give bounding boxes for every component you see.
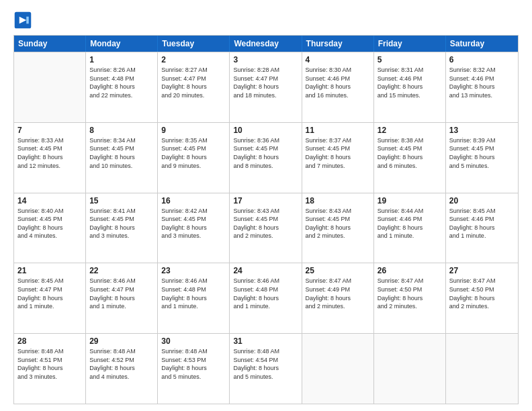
cell-info: Sunrise: 8:39 AM Sunset: 4:45 PM Dayligh… bbox=[449, 136, 515, 170]
calendar-body: 1Sunrise: 8:26 AM Sunset: 4:48 PM Daylig… bbox=[14, 52, 518, 404]
cell-info: Sunrise: 8:37 AM Sunset: 4:45 PM Dayligh… bbox=[306, 136, 370, 170]
calendar-cell: 8Sunrise: 8:34 AM Sunset: 4:45 PM Daylig… bbox=[86, 123, 158, 193]
cell-info: Sunrise: 8:48 AM Sunset: 4:54 PM Dayligh… bbox=[233, 347, 298, 381]
calendar: SundayMondayTuesdayWednesdayThursdayFrid… bbox=[13, 35, 519, 404]
cell-date-number: 30 bbox=[161, 336, 226, 346]
calendar-cell: 7Sunrise: 8:33 AM Sunset: 4:45 PM Daylig… bbox=[14, 123, 86, 193]
cell-date-number: 7 bbox=[17, 126, 82, 135]
calendar-cell bbox=[302, 334, 374, 404]
calendar-cell: 9Sunrise: 8:35 AM Sunset: 4:45 PM Daylig… bbox=[158, 123, 230, 193]
cell-date-number: 28 bbox=[17, 336, 82, 346]
calendar-cell: 3Sunrise: 8:28 AM Sunset: 4:47 PM Daylig… bbox=[230, 52, 302, 122]
cell-info: Sunrise: 8:47 AM Sunset: 4:50 PM Dayligh… bbox=[378, 277, 442, 310]
cell-info: Sunrise: 8:45 AM Sunset: 4:47 PM Dayligh… bbox=[17, 277, 82, 310]
calendar-cell: 28Sunrise: 8:48 AM Sunset: 4:51 PM Dayli… bbox=[14, 334, 86, 404]
calendar-cell: 21Sunrise: 8:45 AM Sunset: 4:47 PM Dayli… bbox=[14, 263, 86, 333]
calendar-cell: 31Sunrise: 8:48 AM Sunset: 4:54 PM Dayli… bbox=[230, 334, 302, 404]
calendar-cell: 17Sunrise: 8:43 AM Sunset: 4:45 PM Dayli… bbox=[230, 193, 302, 263]
cell-date-number: 6 bbox=[449, 55, 515, 64]
cell-date-number: 14 bbox=[17, 196, 82, 205]
calendar-cell: 6Sunrise: 8:32 AM Sunset: 4:46 PM Daylig… bbox=[446, 52, 518, 122]
calendar-cell: 25Sunrise: 8:47 AM Sunset: 4:49 PM Dayli… bbox=[302, 263, 374, 333]
cell-info: Sunrise: 8:43 AM Sunset: 4:45 PM Dayligh… bbox=[233, 207, 298, 240]
cell-info: Sunrise: 8:40 AM Sunset: 4:45 PM Dayligh… bbox=[17, 207, 82, 240]
cell-date-number: 31 bbox=[233, 336, 298, 346]
cell-date-number: 19 bbox=[378, 196, 442, 205]
day-header-monday: Monday bbox=[86, 36, 158, 52]
cell-info: Sunrise: 8:33 AM Sunset: 4:45 PM Dayligh… bbox=[17, 136, 82, 170]
cell-info: Sunrise: 8:47 AM Sunset: 4:50 PM Dayligh… bbox=[449, 277, 515, 310]
calendar-cell: 2Sunrise: 8:27 AM Sunset: 4:47 PM Daylig… bbox=[158, 52, 230, 122]
calendar-row-3: 21Sunrise: 8:45 AM Sunset: 4:47 PM Dayli… bbox=[14, 263, 518, 333]
cell-date-number: 20 bbox=[449, 196, 515, 205]
cell-info: Sunrise: 8:27 AM Sunset: 4:47 PM Dayligh… bbox=[161, 66, 226, 99]
cell-date-number: 9 bbox=[161, 126, 226, 135]
cell-info: Sunrise: 8:38 AM Sunset: 4:45 PM Dayligh… bbox=[378, 136, 442, 170]
cell-info: Sunrise: 8:31 AM Sunset: 4:46 PM Dayligh… bbox=[378, 66, 442, 99]
calendar-row-0: 1Sunrise: 8:26 AM Sunset: 4:48 PM Daylig… bbox=[14, 52, 518, 122]
calendar-cell: 12Sunrise: 8:38 AM Sunset: 4:45 PM Dayli… bbox=[374, 123, 446, 193]
cell-date-number: 13 bbox=[449, 126, 515, 135]
cell-date-number: 16 bbox=[161, 196, 226, 205]
cell-date-number: 18 bbox=[306, 196, 370, 205]
cell-info: Sunrise: 8:32 AM Sunset: 4:46 PM Dayligh… bbox=[449, 66, 515, 99]
cell-info: Sunrise: 8:45 AM Sunset: 4:46 PM Dayligh… bbox=[449, 207, 515, 240]
cell-date-number: 4 bbox=[306, 55, 370, 64]
header bbox=[13, 11, 519, 30]
day-header-thursday: Thursday bbox=[302, 36, 374, 52]
cell-date-number: 15 bbox=[89, 196, 154, 205]
cell-info: Sunrise: 8:42 AM Sunset: 4:45 PM Dayligh… bbox=[161, 207, 226, 240]
day-header-tuesday: Tuesday bbox=[158, 36, 230, 52]
calendar-cell: 27Sunrise: 8:47 AM Sunset: 4:50 PM Dayli… bbox=[446, 263, 518, 333]
page: SundayMondayTuesdayWednesdayThursdayFrid… bbox=[0, 0, 532, 411]
calendar-cell: 15Sunrise: 8:41 AM Sunset: 4:45 PM Dayli… bbox=[86, 193, 158, 263]
cell-date-number: 11 bbox=[306, 126, 370, 135]
cell-date-number: 3 bbox=[233, 55, 298, 64]
cell-info: Sunrise: 8:43 AM Sunset: 4:45 PM Dayligh… bbox=[306, 207, 370, 240]
calendar-cell: 14Sunrise: 8:40 AM Sunset: 4:45 PM Dayli… bbox=[14, 193, 86, 263]
cell-info: Sunrise: 8:46 AM Sunset: 4:48 PM Dayligh… bbox=[161, 277, 226, 310]
logo-icon bbox=[13, 11, 32, 30]
calendar-cell: 1Sunrise: 8:26 AM Sunset: 4:48 PM Daylig… bbox=[86, 52, 158, 122]
cell-date-number: 21 bbox=[17, 266, 82, 275]
cell-date-number: 1 bbox=[89, 55, 154, 64]
cell-info: Sunrise: 8:41 AM Sunset: 4:45 PM Dayligh… bbox=[89, 207, 154, 240]
svg-rect-2 bbox=[26, 17, 29, 24]
calendar-cell: 11Sunrise: 8:37 AM Sunset: 4:45 PM Dayli… bbox=[302, 123, 374, 193]
cell-info: Sunrise: 8:46 AM Sunset: 4:48 PM Dayligh… bbox=[233, 277, 298, 310]
calendar-cell: 23Sunrise: 8:46 AM Sunset: 4:48 PM Dayli… bbox=[158, 263, 230, 333]
cell-info: Sunrise: 8:35 AM Sunset: 4:45 PM Dayligh… bbox=[161, 136, 226, 170]
calendar-cell bbox=[14, 52, 86, 122]
calendar-cell: 22Sunrise: 8:46 AM Sunset: 4:47 PM Dayli… bbox=[86, 263, 158, 333]
cell-info: Sunrise: 8:28 AM Sunset: 4:47 PM Dayligh… bbox=[233, 66, 298, 99]
calendar-cell: 29Sunrise: 8:48 AM Sunset: 4:52 PM Dayli… bbox=[86, 334, 158, 404]
cell-info: Sunrise: 8:47 AM Sunset: 4:49 PM Dayligh… bbox=[306, 277, 370, 310]
cell-info: Sunrise: 8:46 AM Sunset: 4:47 PM Dayligh… bbox=[89, 277, 154, 310]
day-header-wednesday: Wednesday bbox=[230, 36, 302, 52]
cell-date-number: 5 bbox=[378, 55, 442, 64]
calendar-cell: 10Sunrise: 8:36 AM Sunset: 4:45 PM Dayli… bbox=[230, 123, 302, 193]
cell-info: Sunrise: 8:36 AM Sunset: 4:45 PM Dayligh… bbox=[233, 136, 298, 170]
cell-info: Sunrise: 8:48 AM Sunset: 4:52 PM Dayligh… bbox=[89, 347, 154, 381]
cell-date-number: 10 bbox=[233, 126, 298, 135]
cell-info: Sunrise: 8:30 AM Sunset: 4:46 PM Dayligh… bbox=[306, 66, 370, 99]
calendar-row-1: 7Sunrise: 8:33 AM Sunset: 4:45 PM Daylig… bbox=[14, 122, 518, 193]
calendar-cell: 20Sunrise: 8:45 AM Sunset: 4:46 PM Dayli… bbox=[446, 193, 518, 263]
calendar-cell: 26Sunrise: 8:47 AM Sunset: 4:50 PM Dayli… bbox=[374, 263, 446, 333]
calendar-cell bbox=[374, 334, 446, 404]
day-header-friday: Friday bbox=[374, 36, 446, 52]
calendar-cell: 18Sunrise: 8:43 AM Sunset: 4:45 PM Dayli… bbox=[302, 193, 374, 263]
cell-date-number: 23 bbox=[161, 266, 226, 275]
calendar-cell bbox=[446, 334, 518, 404]
cell-date-number: 17 bbox=[233, 196, 298, 205]
calendar-cell: 4Sunrise: 8:30 AM Sunset: 4:46 PM Daylig… bbox=[302, 52, 374, 122]
logo bbox=[13, 11, 35, 30]
cell-info: Sunrise: 8:26 AM Sunset: 4:48 PM Dayligh… bbox=[89, 66, 154, 99]
day-header-sunday: Sunday bbox=[14, 36, 86, 52]
cell-date-number: 26 bbox=[378, 266, 442, 275]
cell-info: Sunrise: 8:34 AM Sunset: 4:45 PM Dayligh… bbox=[89, 136, 154, 170]
calendar-row-4: 28Sunrise: 8:48 AM Sunset: 4:51 PM Dayli… bbox=[14, 333, 518, 404]
calendar-row-2: 14Sunrise: 8:40 AM Sunset: 4:45 PM Dayli… bbox=[14, 193, 518, 263]
cell-date-number: 22 bbox=[89, 266, 154, 275]
cell-date-number: 29 bbox=[89, 336, 154, 346]
